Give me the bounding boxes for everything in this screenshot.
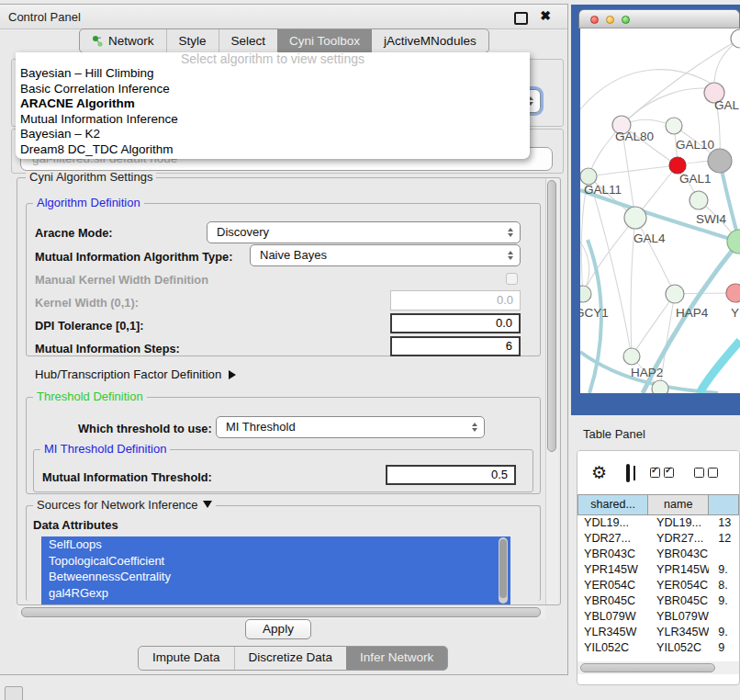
settings-hscrollbar-thumb[interactable] [21, 607, 541, 617]
table-row[interactable]: YBL079WYBL079W [577, 609, 739, 625]
group-title: Threshold Definition [33, 390, 147, 403]
columns-icon[interactable] [626, 464, 630, 482]
network-node[interactable] [708, 149, 732, 173]
column-header-name[interactable]: name [648, 494, 709, 515]
deselect-all-icon[interactable] [694, 468, 718, 478]
table-row[interactable]: YLR345WYLR345W9. [577, 625, 739, 640]
network-node-labels: GAL GAL80 GAL10 GAL1 GAL11 SWI4 GAL4 GCY… [580, 98, 740, 379]
manual-kernel-checkbox[interactable] [506, 273, 518, 285]
table-row[interactable]: YBR043CYBR043C [577, 547, 739, 562]
gear-icon[interactable]: ⚙ [591, 462, 607, 483]
node-label: GCY1 [580, 306, 609, 320]
dropdown-item[interactable]: Basic Correlation Inference [16, 82, 530, 97]
node-label: GAL10 [676, 138, 714, 152]
combo-arrows-icon [472, 423, 477, 432]
window-close-icon[interactable] [590, 16, 599, 24]
table-hscrollbar-thumb[interactable] [580, 663, 715, 672]
data-attributes-list: SelfLoops TopologicalCoefficient Between… [41, 536, 510, 604]
network-node[interactable] [666, 118, 682, 134]
tab-impute-data[interactable]: Impute Data [139, 647, 234, 670]
tab-style[interactable]: Style [166, 29, 219, 52]
bottom-left-partial-icon[interactable] [5, 686, 23, 700]
mi-threshold-field[interactable]: 0.5 [386, 465, 516, 485]
control-panel-title: Control Panel [8, 10, 81, 24]
network-window-titlebar[interactable] [578, 9, 740, 28]
dropdown-item-selected[interactable]: ARACNE Algorithm [16, 96, 530, 112]
mi-type-label: Mutual Information Algorithm Type: [35, 250, 232, 264]
mi-threshold-label: Mutual Information Threshold: [42, 470, 212, 484]
table-row[interactable]: YDR27...YDR27...12 [577, 531, 739, 547]
which-threshold-label: Which threshold to use: [78, 422, 212, 435]
column-header-shared-name[interactable]: shared... [577, 494, 648, 515]
float-window-icon[interactable] [514, 12, 528, 25]
node-label: HAP4 [676, 306, 709, 320]
dropdown-item[interactable]: Dream8 DC_TDC Algorithm [16, 142, 530, 158]
network-node[interactable] [623, 348, 640, 365]
collapse-triangle-icon [203, 501, 212, 508]
which-threshold-select[interactable]: MI Threshold [216, 416, 485, 438]
list-item[interactable]: gal4RGexp [41, 585, 510, 602]
node-label: GAL1 [679, 172, 712, 186]
combo-arrows-icon [508, 251, 513, 260]
dpi-tolerance-label: DPI Tolerance [0,1]: [35, 319, 144, 333]
window-minimize-icon[interactable] [606, 16, 614, 24]
kernel-width-field[interactable]: 0.0 [390, 290, 521, 310]
network-nodes[interactable] [580, 29, 740, 393]
dropdown-header: Select algorithm to view settings [16, 52, 530, 66]
mi-steps-field[interactable]: 6 [390, 336, 521, 356]
network-node[interactable] [652, 380, 668, 393]
dropdown-item[interactable]: Bayesian – K2 [16, 127, 530, 142]
network-node[interactable] [666, 285, 684, 303]
list-item[interactable]: BetweennessCentrality [41, 569, 510, 585]
dropdown-item[interactable]: Bayesian – Hill Climbing [16, 66, 530, 82]
dropdown-item[interactable]: Mutual Information Inference [16, 112, 530, 128]
tab-jactivemnodules[interactable]: jActiveMNodules [372, 29, 488, 52]
network-node[interactable] [726, 284, 740, 302]
tab-select[interactable]: Select [219, 29, 278, 52]
mi-steps-label: Mutual Information Steps: [35, 342, 180, 356]
kernel-width-label: Kernel Width (0,1): [35, 296, 139, 310]
data-attributes-label: Data Attributes [33, 518, 118, 532]
close-icon[interactable]: ✖ [540, 8, 551, 23]
network-graph: GAL GAL80 GAL10 GAL1 GAL11 SWI4 GAL4 GCY… [580, 28, 740, 393]
aracne-mode-select[interactable]: Discovery [207, 221, 521, 243]
tab-cyni-toolbox[interactable]: Cyni Toolbox [277, 29, 372, 52]
control-panel-titlebar: Control Panel ✖ [0, 5, 567, 29]
select-all-icon[interactable] [650, 468, 674, 478]
network-icon [92, 35, 104, 48]
table-row[interactable]: YBR045CYBR045C9. [577, 593, 739, 609]
table-row[interactable]: YPR145WYPR145W9. [577, 562, 739, 578]
node-label: HAP2 [631, 366, 663, 379]
mi-type-select[interactable]: Naive Bayes [250, 244, 521, 266]
group-title: MI Threshold Definition [40, 443, 170, 456]
list-scrollbar-thumb[interactable] [499, 539, 507, 598]
bottom-tabbar: Impute Data Discretize Data Infer Networ… [138, 646, 448, 671]
network-node[interactable] [624, 207, 646, 229]
list-item[interactable]: SelfLoops [41, 536, 510, 553]
hub-definition-expander[interactable]: Hub/Transcription Factor Definition [35, 367, 236, 381]
table-panel: ⚙ shared... name YDL19...YDL19...13 YDR2… [577, 450, 740, 685]
network-node[interactable] [727, 230, 740, 254]
sources-collapser[interactable]: Sources for Network Inference [33, 499, 216, 512]
network-canvas[interactable]: GAL GAL80 GAL10 GAL1 GAL11 SWI4 GAL4 GCY… [580, 28, 740, 393]
node-label: GAL80 [615, 130, 654, 143]
window-zoom-icon[interactable] [622, 16, 630, 24]
list-item[interactable]: TopologicalCoefficient [41, 553, 510, 570]
dpi-tolerance-field[interactable]: 0.0 [390, 313, 521, 333]
group-title: Cyni Algorithm Settings [26, 171, 156, 184]
network-node[interactable] [690, 191, 708, 209]
tab-infer-network[interactable]: Infer Network [346, 647, 447, 670]
settings-vscrollbar-thumb[interactable] [547, 180, 556, 452]
table-row[interactable]: YDL19...YDL19...13 [577, 515, 739, 531]
tab-network[interactable]: Network [80, 29, 166, 52]
table-panel-title: Table Panel [583, 427, 645, 441]
manual-kernel-label: Manual Kernel Width Definition [35, 273, 208, 287]
node-label: GAL [714, 98, 740, 112]
table-row[interactable]: YIL052CYIL052C9 [577, 640, 739, 656]
column-header-partial[interactable] [709, 494, 739, 515]
table-row[interactable]: YER054CYER054C8. [577, 578, 739, 593]
apply-button[interactable]: Apply [245, 619, 311, 639]
tab-discretize-data[interactable]: Discretize Data [234, 647, 347, 670]
network-node[interactable] [580, 286, 591, 302]
node-label: SWI4 [696, 212, 726, 226]
